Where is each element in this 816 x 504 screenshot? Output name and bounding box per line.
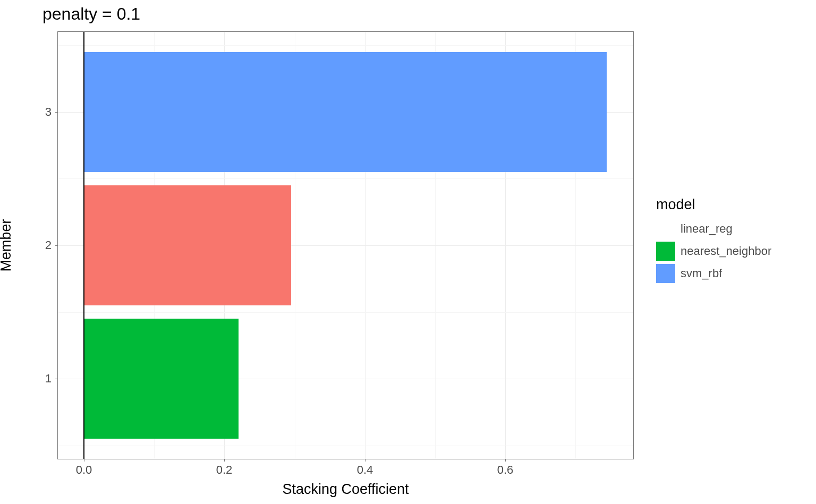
- legend-swatch: [656, 242, 675, 261]
- y-tick-label: 3: [45, 105, 52, 119]
- zero-vline: [83, 32, 84, 459]
- legend-swatch: [656, 264, 675, 283]
- plot-area: 0.0 0.2 0.4 0.6 1 2 3 Stacking Coefficie…: [57, 31, 634, 459]
- legend: model linear_reg nearest_neighbor svm_rb…: [656, 197, 771, 286]
- bar-member-2: [84, 185, 291, 305]
- legend-item: nearest_neighbor: [656, 242, 771, 261]
- legend-item: linear_reg: [656, 219, 771, 238]
- legend-label: nearest_neighbor: [681, 244, 771, 258]
- x-tick-label: 0.0: [76, 463, 92, 477]
- legend-label: svm_rbf: [681, 267, 722, 280]
- legend-item: svm_rbf: [656, 264, 771, 283]
- legend-swatch: [656, 219, 675, 238]
- y-tick-label: 2: [45, 238, 52, 252]
- bar-member-3: [84, 52, 607, 172]
- y-axis-title: Member: [0, 219, 14, 271]
- y-tick-label: 1: [45, 372, 52, 386]
- x-tick-label: 0.4: [357, 463, 373, 477]
- x-tick-label: 0.2: [216, 463, 233, 477]
- bar-member-1: [84, 319, 239, 439]
- legend-label: linear_reg: [681, 222, 733, 236]
- x-axis-title: Stacking Coefficient: [282, 481, 409, 498]
- chart-figure: penalty = 0.1 0.0 0.2: [0, 0, 816, 504]
- legend-title: model: [656, 197, 771, 213]
- x-tick-label: 0.6: [497, 463, 514, 477]
- chart-title: penalty = 0.1: [42, 4, 140, 24]
